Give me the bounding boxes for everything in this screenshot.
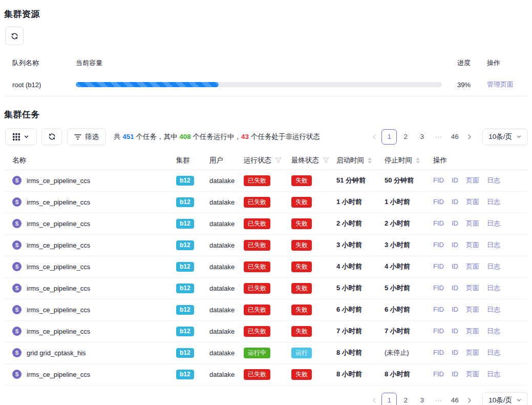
user-name: datalake xyxy=(209,349,235,357)
fid-link[interactable]: FID xyxy=(433,262,444,270)
id-link[interactable]: ID xyxy=(452,176,458,184)
log-link[interactable]: 日志 xyxy=(487,176,500,184)
filter-funnel-icon[interactable] xyxy=(275,157,282,164)
avatar: S xyxy=(12,197,22,207)
fid-link[interactable]: FID xyxy=(433,284,444,292)
columns-grid-dropdown-button[interactable] xyxy=(5,128,37,145)
avatar: S xyxy=(12,370,22,379)
page-size-select[interactable]: 10条/页 xyxy=(482,129,528,145)
run-status-badge: 已失败 xyxy=(244,197,270,208)
page-ellipsis[interactable]: ··· xyxy=(431,129,446,145)
resources-table: 队列名称 当前容量 进度 操作 root (b12) 39% 管理页面 xyxy=(4,53,528,96)
fid-link[interactable]: FID xyxy=(433,219,444,227)
log-link[interactable]: 日志 xyxy=(487,262,500,270)
log-link[interactable]: 日志 xyxy=(487,241,500,249)
id-link[interactable]: ID xyxy=(452,306,458,313)
user-name: datalake xyxy=(209,241,235,249)
next-page-button[interactable] xyxy=(463,393,476,405)
log-link[interactable]: 日志 xyxy=(487,327,500,335)
next-page-button[interactable] xyxy=(463,129,476,145)
log-link[interactable]: 日志 xyxy=(487,219,500,227)
cluster-badge: b12 xyxy=(176,348,194,358)
log-link[interactable]: 日志 xyxy=(487,370,500,378)
page-link[interactable]: 页面 xyxy=(466,284,479,292)
page-ellipsis[interactable]: ··· xyxy=(431,393,446,405)
page-link[interactable]: 页面 xyxy=(466,370,479,378)
fid-link[interactable]: FID xyxy=(433,349,444,356)
page-size-select[interactable]: 10条/页 xyxy=(482,392,528,405)
refresh-icon xyxy=(11,32,18,40)
id-link[interactable]: ID xyxy=(452,219,458,227)
sort-icon[interactable] xyxy=(368,157,372,164)
page-link[interactable]: 页面 xyxy=(466,306,479,313)
log-link[interactable]: 日志 xyxy=(487,198,500,206)
page: 集群资源 队列名称 当前容量 进度 操作 root (b12) xyxy=(0,0,532,405)
col-header-name: 名称 xyxy=(4,151,176,170)
page-link[interactable]: 页面 xyxy=(466,262,479,270)
resources-refresh-button[interactable] xyxy=(5,27,24,45)
page-number-last[interactable]: 46 xyxy=(447,393,462,405)
filter-funnel-icon[interactable] xyxy=(323,157,329,164)
table-row: Sirms_ce_pipeline_ccs b12 datalake 已失败 失… xyxy=(4,234,528,256)
filter-button[interactable]: 筛选 xyxy=(67,128,106,145)
id-link[interactable]: ID xyxy=(452,327,458,335)
run-status-badge: 已失败 xyxy=(244,326,270,337)
fid-link[interactable]: FID xyxy=(433,327,444,335)
table-row: Sgrid grid_cptask_his b12 datalake 运行中 运… xyxy=(4,342,528,363)
final-status-badge: 失败 xyxy=(291,175,312,186)
run-status-badge: 已失败 xyxy=(244,218,270,229)
stop-time: 1 小时前 xyxy=(385,198,410,206)
cluster-badge: b12 xyxy=(176,284,194,293)
start-time: 5 小时前 xyxy=(336,284,362,292)
log-link[interactable]: 日志 xyxy=(487,349,500,356)
page-link[interactable]: 页面 xyxy=(466,327,479,335)
fid-link[interactable]: FID xyxy=(433,241,444,249)
final-status-badge: 失败 xyxy=(291,369,312,380)
log-link[interactable]: 日志 xyxy=(487,306,500,313)
id-link[interactable]: ID xyxy=(452,284,458,292)
page-link[interactable]: 页面 xyxy=(466,176,479,184)
page-number-2[interactable]: 2 xyxy=(398,129,413,145)
prev-page-button[interactable] xyxy=(368,393,381,405)
log-link[interactable]: 日志 xyxy=(487,284,500,292)
id-link[interactable]: ID xyxy=(452,262,458,270)
page-number-3[interactable]: 3 xyxy=(414,129,430,145)
fid-link[interactable]: FID xyxy=(433,176,444,184)
page-number-last[interactable]: 46 xyxy=(447,129,462,145)
task-name: irms_ce_pipeline_ccs xyxy=(27,220,90,228)
tasks-summary: 共 451 个任务，其中 408 个任务运行中，43 个任务处于非运行状态 xyxy=(114,132,320,141)
task-name: irms_ce_pipeline_ccs xyxy=(27,263,90,271)
final-status-badge: 失败 xyxy=(291,283,312,294)
page-number-1[interactable]: 1 xyxy=(381,393,397,405)
tasks-refresh-button[interactable] xyxy=(41,128,62,145)
page-link[interactable]: 页面 xyxy=(466,241,479,249)
page-link[interactable]: 页面 xyxy=(466,198,479,206)
final-status-badge: 运行 xyxy=(291,348,312,358)
task-name: irms_ce_pipeline_ccs xyxy=(27,241,90,249)
id-link[interactable]: ID xyxy=(452,198,458,206)
manage-page-link[interactable]: 管理页面 xyxy=(487,80,514,88)
progress-fill xyxy=(76,82,219,87)
fid-link[interactable]: FID xyxy=(433,370,444,378)
page-link[interactable]: 页面 xyxy=(466,219,479,227)
page-number-1[interactable]: 1 xyxy=(381,129,397,145)
avatar: S xyxy=(12,240,22,250)
sort-icon[interactable] xyxy=(416,157,420,164)
filter-icon xyxy=(74,134,81,140)
fid-link[interactable]: FID xyxy=(433,306,444,313)
id-link[interactable]: ID xyxy=(452,349,458,356)
avatar: S xyxy=(12,305,22,314)
run-status-badge: 已失败 xyxy=(244,369,270,380)
user-name: datalake xyxy=(209,285,235,292)
page-link[interactable]: 页面 xyxy=(466,349,479,356)
page-number-3[interactable]: 3 xyxy=(414,393,430,405)
user-name: datalake xyxy=(209,198,235,206)
id-link[interactable]: ID xyxy=(452,370,458,378)
start-time: 4 小时前 xyxy=(336,262,362,270)
stop-time: (未停止) xyxy=(385,349,409,356)
id-link[interactable]: ID xyxy=(452,241,458,249)
prev-page-button[interactable] xyxy=(368,129,381,145)
page-number-2[interactable]: 2 xyxy=(398,393,413,405)
run-status-badge: 已失败 xyxy=(244,283,270,294)
fid-link[interactable]: FID xyxy=(433,198,444,206)
